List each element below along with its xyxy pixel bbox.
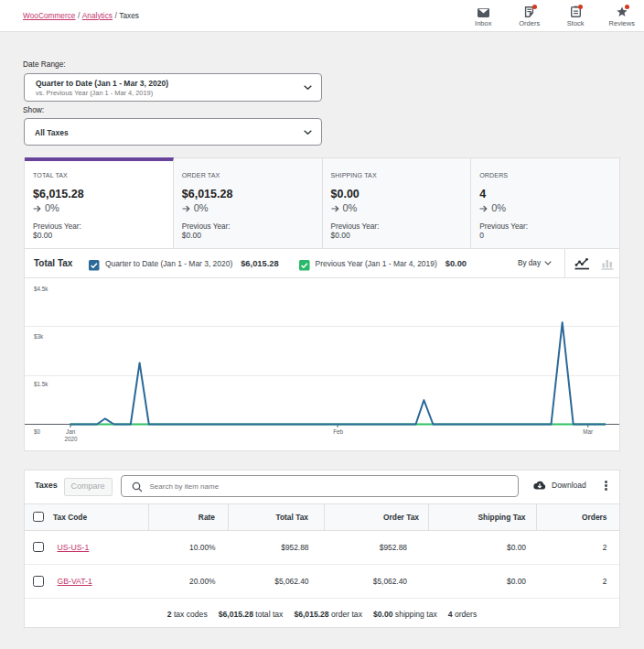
svg-text:$4.5k: $4.5k xyxy=(34,286,48,292)
svg-text:$1.5k: $1.5k xyxy=(34,381,48,387)
svg-text:Feb: Feb xyxy=(333,428,343,435)
svg-text:$3k: $3k xyxy=(34,333,44,340)
svg-text:$0: $0 xyxy=(34,428,41,435)
svg-text:Jan: Jan xyxy=(66,428,76,435)
svg-text:2020: 2020 xyxy=(65,436,79,442)
svg-text:Mar: Mar xyxy=(583,428,593,435)
